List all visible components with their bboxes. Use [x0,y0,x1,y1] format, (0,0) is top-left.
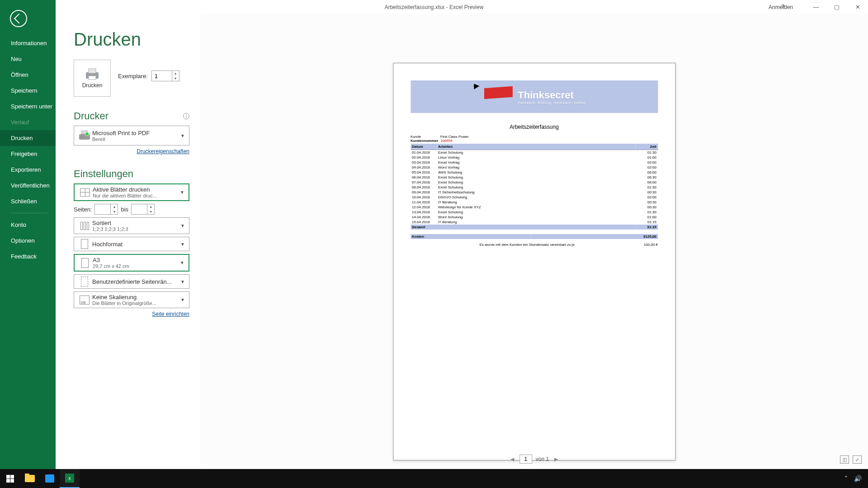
start-button[interactable] [0,469,20,488]
paper-size-label: A3 [93,257,179,263]
table-row: 05.04.2018AWS Schulung06:00 [410,170,658,175]
show-margins-button[interactable]: ◫ [840,455,849,464]
scaling-label: Keine Skalierung [92,294,179,300]
maximize-button[interactable]: ▢ [826,0,847,14]
preview-pagination: ◀ von 1 ▶ [509,455,560,464]
sidebar-item-informationen[interactable]: Informationen [0,35,56,51]
sidebar-item-speichern[interactable]: Speichern [0,83,56,99]
signin-link[interactable]: Anmelden [769,4,793,10]
sidebar-item-drucken[interactable]: Drucken [0,130,56,146]
paper-size-sub: 29,7 cm x 42 cm [93,263,179,269]
sheets-icon [80,188,90,197]
col-arbeiten: Arbeiten [437,144,635,150]
cursor-icon [474,85,479,93]
paper-size-dropdown[interactable]: A3 29,7 cm x 42 cm ▼ [74,254,189,272]
spinner-down-icon[interactable]: ▼ [147,209,154,214]
sidebar-item-freigeben[interactable]: Freigeben [0,146,56,162]
cost-value: 3125,00 [531,234,658,239]
orientation-dropdown[interactable]: Hochformat ▼ [74,237,189,251]
sidebar-item-exportieren[interactable]: Exportieren [0,162,56,178]
print-what-dropdown[interactable]: Aktive Blätter drucken Nur die aktiven B… [74,183,189,201]
next-page-button[interactable]: ▶ [552,456,560,462]
note-value: 100,00 € [644,243,658,247]
svg-rect-2 [89,76,96,80]
file-explorer-taskbar[interactable] [20,469,40,488]
page-to-spinbox[interactable]: ▲▼ [131,204,155,215]
total-value: 31:15 [635,225,658,230]
browser-icon [45,474,54,483]
chevron-down-icon: ▼ [179,223,186,228]
total-label: Gesamt [410,225,635,230]
sidebar-item-konto[interactable]: Konto [0,217,56,233]
spinner-up-icon[interactable]: ▲ [111,204,118,209]
spinner-down-icon[interactable]: ▼ [172,76,179,81]
copies-input[interactable] [152,71,172,81]
folder-icon [25,475,35,482]
printer-properties-link[interactable]: Druckereigenschaften [74,148,189,155]
page-from-input[interactable] [95,204,110,214]
close-button[interactable]: ✕ [847,0,868,14]
page-count-label: von 1 [536,456,549,462]
page-to-input[interactable] [132,204,147,214]
page-setup-link[interactable]: Seite einrichten [74,311,189,317]
tray-chevron-icon[interactable]: ˄ [844,475,848,482]
chevron-down-icon: ▼ [179,297,186,302]
print-button-label: Drucken [82,82,103,89]
titlebar: Arbeitszeiterfassung.xlsx - Excel Previe… [0,0,868,14]
col-zeit: Zeit [635,144,658,150]
spinner-up-icon[interactable]: ▲ [172,71,179,76]
page-from-spinbox[interactable]: ▲▼ [94,204,118,215]
page-number-input[interactable] [519,455,532,464]
table-row: 13.04.2018Excel Schulung01:30 [410,210,658,215]
time-table: Datum Arbeiten Zeit 01.04.2018Excel Schu… [410,144,658,230]
windows-taskbar: x ˄ 🔊 [0,469,868,488]
main-area: Drucken Drucken Exemplare: ▲▼ Drucker [56,14,868,469]
copies-spinbox[interactable]: ▲▼ [151,70,179,81]
table-row: 08.04.2018Excel Schulung01:30 [410,185,658,190]
col-datum: Datum [410,144,437,150]
print-button[interactable]: Drucken [74,60,111,97]
prev-page-button[interactable]: ◀ [509,456,516,462]
back-button[interactable] [10,10,27,27]
document-banner: Thinksecret Hardware, Bildung, Seminare,… [410,80,658,113]
sidebar-item-schließen[interactable]: Schließen [0,193,56,209]
table-row: 10.04.2018DSGVO Schulung02:00 [410,195,658,200]
scaling-dropdown[interactable]: Keine Skalierung Die Blätter in Original… [74,291,189,308]
margins-dropdown[interactable]: Benutzerdefinierte Seitenrän... ▼ [74,274,189,289]
windows-icon [6,475,14,483]
excel-icon: x [65,474,74,483]
printer-dropdown[interactable]: Microsoft Print to PDF Bereit ▼ [74,126,189,145]
chevron-down-icon: ▼ [179,242,186,247]
cost-label: Kosten [410,234,531,239]
table-row: 06.04.2018Excel Schulung06:30 [410,175,658,180]
sidebar-item-neu[interactable]: Neu [0,51,56,67]
printer-heading: Drucker [74,110,108,122]
tray-volume-icon[interactable]: 🔊 [854,475,862,482]
collation-sub: 1;2;3 1;2;3 1;2;3 [92,226,179,232]
margins-icon [81,277,88,286]
print-what-sub: Nur die aktiven Blätter druc... [93,193,179,198]
sidebar-item-optionen[interactable]: Optionen [0,233,56,249]
collation-label: Sortiert [92,220,179,226]
table-row: 03.04.2018Excel Vortrag02:00 [410,160,658,165]
browser-taskbar[interactable] [40,469,60,488]
collation-dropdown[interactable]: Sortiert 1;2;3 1;2;3 1;2;3 ▼ [74,217,189,234]
page-title: Drucken [74,29,189,50]
brand-name: Thinksecret Hardware, Bildung, Seminare,… [518,89,585,104]
backstage-sidebar: InformationenNeuÖffnenSpeichernSpeichern… [0,0,56,469]
spinner-up-icon[interactable]: ▲ [147,204,154,209]
sidebar-item-öffnen[interactable]: Öffnen [0,67,56,83]
spinner-down-icon[interactable]: ▼ [111,209,118,214]
sidebar-item-verlauf: Verlauf [0,114,56,130]
info-icon[interactable]: i [183,113,189,119]
sidebar-item-speichern-unter[interactable]: Speichern unter [0,99,56,114]
excel-taskbar[interactable]: x [60,469,80,488]
table-row: 09.04.2018IT Sicherheitsschulung00:30 [410,190,658,195]
sidebar-item-veröffentlichen[interactable]: Veröffentlichen [0,178,56,193]
zoom-to-page-button[interactable]: ⤢ [853,455,862,464]
table-row: 11.04.2018IT Beratung00:30 [410,200,658,205]
sidebar-item-feedback[interactable]: Feedback [0,249,56,264]
note-text: Es wurde mit dem Kunden ein Stundensatz … [410,243,644,247]
minimize-button[interactable]: — [806,0,826,14]
kundennummer-value: 100559 [440,139,453,143]
